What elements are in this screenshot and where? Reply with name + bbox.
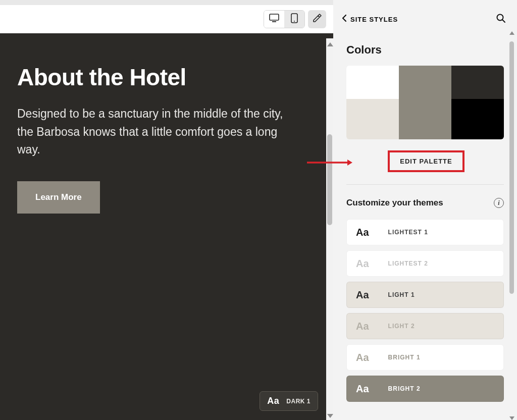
colors-section-title: Colors [346,43,504,57]
hero-title: About the Hotel [17,64,316,91]
desktop-icon [269,14,279,25]
theme-name: DARK 1 [286,398,311,405]
scroll-up-icon [327,42,333,46]
palette-swatch[interactable] [346,66,399,99]
theme-card[interactable]: AaLIGHTEST 2 [346,250,504,277]
theme-name-label: BRIGHT 2 [388,385,421,392]
styles-button[interactable] [308,10,326,28]
theme-sample-text: Aa [356,289,369,301]
theme-list: AaLIGHTEST 1AaLIGHTEST 2AaLIGHT 1AaLIGHT… [346,219,504,402]
theme-card[interactable]: AaLIGHTEST 1 [346,219,504,245]
theme-sample-text: Aa [356,227,369,238]
scroll-up-icon [509,31,514,35]
sidebar-header: SITE STYLES [333,5,517,33]
theme-card[interactable]: AaLIGHT 2 [346,313,504,339]
preview-scrollbar[interactable] [326,38,333,420]
sidebar-scrollbar[interactable] [508,36,515,415]
theme-name-label: BRIGHT 1 [388,354,421,361]
palette-preview[interactable] [346,66,504,139]
chevron-left-icon [341,14,347,24]
mobile-view-button[interactable] [284,11,304,28]
edit-palette-button[interactable]: EDIT PALETTE [388,150,464,172]
info-icon[interactable]: i [494,198,504,208]
theme-sample-text: Aa [356,383,369,395]
theme-sample-text: Aa [356,352,369,363]
divider [346,184,504,185]
theme-name-label: LIGHT 2 [388,323,415,330]
scroll-down-icon [509,416,514,420]
learn-more-button[interactable]: Learn More [17,181,100,214]
theme-name-label: LIGHTEST 2 [388,260,428,267]
palette-swatch[interactable] [451,66,504,99]
svg-point-3 [294,21,295,22]
svg-line-5 [503,20,505,23]
desktop-view-button[interactable] [264,11,284,28]
customize-themes-label: Customize your themes [346,198,443,208]
svg-rect-1 [272,21,276,22]
search-button[interactable] [496,13,506,25]
theme-card[interactable]: AaBRIGHT 2 [346,376,504,402]
scrollbar-thumb[interactable] [327,134,332,225]
site-styles-sidebar: SITE STYLES Colors EDIT PALETTE Customiz… [333,0,517,420]
paintbrush-icon [312,13,322,25]
svg-marker-7 [347,160,352,166]
theme-sample-text: Aa [356,321,369,332]
scrollbar-thumb[interactable] [509,41,514,294]
scroll-down-icon [327,414,333,418]
palette-swatch[interactable] [346,99,399,139]
theme-name-label: LIGHTEST 1 [388,229,428,236]
palette-swatch[interactable] [399,99,451,139]
preview-panel: About the Hotel Designed to be a sanctua… [0,5,333,420]
back-label: SITE STYLES [350,16,398,23]
device-toggle [264,10,305,28]
back-button[interactable]: SITE STYLES [341,14,398,24]
mobile-icon [291,13,298,25]
svg-point-4 [497,15,503,21]
theme-name-label: LIGHT 1 [388,291,415,298]
theme-sample-text: Aa [267,396,279,406]
theme-card[interactable]: AaLIGHT 1 [346,282,504,308]
palette-swatch[interactable] [451,99,504,139]
hero-body: Designed to be a sanctuary in the middle… [17,105,300,159]
preview-toolbar [0,5,333,33]
svg-rect-0 [270,14,279,20]
theme-card[interactable]: AaBRIGHT 1 [346,344,504,371]
page-preview: About the Hotel Designed to be a sanctua… [0,33,333,420]
current-theme-badge[interactable]: Aa DARK 1 [260,391,318,411]
theme-sample-text: Aa [356,258,369,270]
palette-swatch[interactable] [399,66,451,99]
